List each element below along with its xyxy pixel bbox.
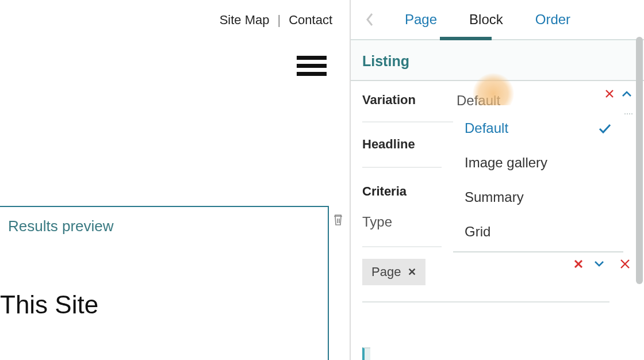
type-trailing-icons (574, 259, 630, 269)
option-grid-label: Grid (465, 224, 490, 240)
tab-page[interactable]: Page (402, 12, 439, 28)
option-default-label: Default (465, 120, 508, 136)
back-icon[interactable] (365, 12, 375, 28)
type-chip-page[interactable]: Page ✕ (362, 259, 425, 285)
criteria-separator (362, 301, 610, 302)
option-grid[interactable]: Grid (453, 215, 623, 249)
section-title-listing: Listing (351, 40, 644, 81)
option-summary[interactable]: Summary (453, 180, 623, 215)
panel-body: Variation Default (351, 81, 644, 302)
option-default[interactable]: Default (453, 111, 623, 145)
top-nav: Site Map | Contact (220, 13, 332, 28)
variation-label: Variation (362, 81, 454, 122)
content-preview-pane: Site Map | Contact Results preview This … (0, 0, 351, 360)
results-preview-block[interactable]: Results preview (0, 206, 329, 360)
tabs: Page Block Order (351, 0, 644, 40)
chevron-up-icon[interactable] (621, 90, 632, 98)
scrollbar[interactable] (636, 8, 643, 342)
add-section-marker[interactable] (362, 347, 370, 360)
option-image-gallery-label: Image gallery (465, 155, 547, 171)
site-heading: This Site (0, 290, 98, 319)
option-summary-label: Summary (465, 189, 524, 205)
chip-remove-icon[interactable]: ✕ (408, 266, 416, 278)
menu-icon[interactable] (297, 56, 327, 80)
delete-criterion-icon[interactable] (620, 259, 630, 269)
nav-divider: | (277, 13, 281, 28)
variation-dropdown: Default Image gallery Summary Grid (453, 105, 623, 252)
option-image-gallery[interactable]: Image gallery (453, 145, 623, 180)
clear-icon[interactable] (605, 89, 614, 98)
type-clear-icon[interactable] (574, 259, 583, 269)
type-chip-label: Page (371, 265, 401, 279)
type-label: Type (362, 200, 442, 247)
check-icon (598, 122, 612, 134)
tab-order[interactable]: Order (533, 12, 573, 28)
left-field-labels: Headline Criteria Type (362, 123, 454, 247)
chevron-down-icon[interactable] (593, 260, 605, 268)
preview-title: Results preview (8, 217, 316, 235)
nav-contact[interactable]: Contact (289, 13, 332, 28)
settings-panel: Page Block Order Listing Variation (351, 0, 644, 360)
headline-label: Headline (362, 123, 442, 168)
scrollbar-thumb[interactable] (636, 37, 643, 284)
tab-block[interactable]: Block (467, 12, 505, 28)
active-tab-indicator (440, 37, 492, 40)
trash-icon[interactable] (332, 213, 344, 227)
nav-sitemap[interactable]: Site Map (220, 13, 270, 28)
criteria-label: Criteria (362, 168, 454, 200)
type-value-row: Page ✕ (362, 259, 632, 285)
variation-input-icons (605, 89, 632, 98)
